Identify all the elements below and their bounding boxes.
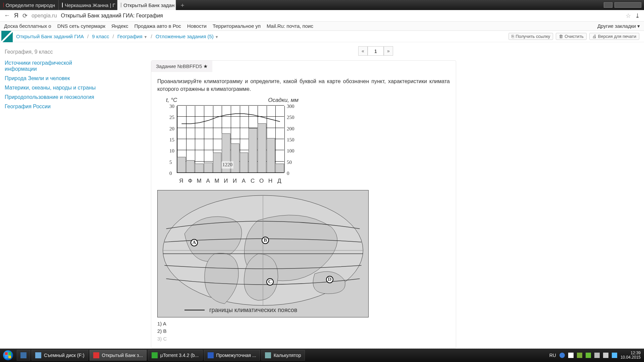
bookmark-item[interactable]: Продажа авто в Рос [135, 23, 181, 29]
url-title[interactable]: Открытый Банк заданий ГИА: География [61, 13, 163, 19]
star-icon[interactable]: ★ [203, 63, 208, 69]
sidebar-item[interactable]: Источники географической информации [5, 58, 103, 74]
task-card: Задание №BBFFD5 ★ Проанализируйте климат… [151, 60, 456, 348]
address-bar: ← Я ⟳ opengia.ru Открытый Банк заданий Г… [0, 10, 644, 21]
favicon-icon [3, 3, 4, 7]
taskbar-clock[interactable]: 12:39 10.04.2015 [621, 351, 641, 360]
start-button[interactable] [0, 349, 16, 362]
month-label: А [204, 177, 213, 185]
bookmark-item[interactable]: Яндекс [111, 23, 128, 29]
sidebar-item[interactable]: Материки, океаны, народы и страны [5, 83, 103, 93]
tab-label: Черкашина Жанна | Г [65, 2, 115, 8]
y-tick-right: 50 [287, 159, 292, 166]
month-label: И [221, 177, 230, 185]
app-icon [152, 352, 158, 358]
bookmark-item[interactable]: Новости [187, 23, 207, 29]
tray-icon[interactable] [612, 353, 617, 358]
taskbar-item[interactable]: Калькулятор [261, 350, 305, 361]
answer-option[interactable]: 1) A [157, 320, 450, 328]
month-label: О [257, 177, 266, 185]
answer-option[interactable]: 3) C [157, 335, 450, 343]
back-button[interactable]: ← [4, 12, 10, 19]
taskbar-item[interactable]: Съемный диск (F:) [32, 350, 88, 361]
sidebar-item[interactable]: География России [5, 102, 103, 111]
favicon-icon [121, 3, 121, 7]
os-taskbar: Съемный диск (F:)Открытый Банк з...µTorr… [0, 349, 644, 362]
windows-logo-icon [3, 350, 13, 360]
bookmark-item[interactable]: Территориальное уп [213, 23, 261, 29]
bookmark-item[interactable]: Mail.Ru: почта, поис [267, 23, 313, 29]
month-label: Я [177, 177, 186, 185]
breadcrumb-subject[interactable]: География▼ [116, 34, 149, 39]
y-tick-left: 10 [169, 147, 174, 155]
y-tick-right: 150 [287, 136, 294, 144]
annual-precip-label: 1220 [221, 161, 233, 169]
page-sub-toolbar: Открытый Банк заданий ГИА / 9 класс / Ге… [0, 31, 644, 42]
month-label: И [230, 177, 239, 185]
browser-tab-2[interactable]: Открытый Банк задан × [117, 0, 176, 10]
map-marker-c: C [266, 278, 274, 286]
breadcrumb-deferred[interactable]: Отложенные задания (5)▼ [154, 34, 220, 39]
task-id: Задание №BBFFD5 [156, 63, 202, 69]
volume-icon[interactable] [603, 353, 608, 358]
breadcrumb-root[interactable]: Открытый Банк заданий ГИА [15, 34, 85, 39]
window-menu-button[interactable] [614, 2, 641, 8]
action-center-icon[interactable] [568, 353, 574, 358]
map-marker-a: A [191, 239, 198, 246]
y-tick-left: 30 [169, 103, 174, 110]
language-indicator[interactable]: RU [549, 353, 556, 358]
tray-icon[interactable] [577, 353, 582, 358]
tray-icon[interactable] [559, 353, 565, 358]
clear-button[interactable]: 🗑Очистить [556, 33, 587, 40]
pager-next-button[interactable]: » [384, 46, 393, 56]
nvidia-icon[interactable] [586, 353, 591, 358]
chevron-down-icon: ▼ [214, 35, 219, 39]
taskbar-item-label: Промежуточная ... [216, 353, 256, 358]
copy-link-button[interactable]: ⎘Получить ссылку [508, 33, 553, 40]
task-text: Проанализируйте климатограмму и определи… [157, 77, 450, 93]
sidebar: География, 9 класс Источники географичес… [0, 42, 107, 349]
month-label: А [239, 177, 248, 185]
breadcrumb-class[interactable]: 9 класс [91, 34, 110, 39]
bookmark-item[interactable]: DNS сеть супермарк [57, 23, 105, 29]
y-tick-right: 300 [287, 103, 294, 110]
bookmark-item[interactable]: Доска бесплатных о [4, 23, 51, 29]
other-bookmarks[interactable]: Другие закладки ▾ [597, 23, 640, 29]
link-icon: ⎘ [512, 34, 514, 39]
browser-tab-1[interactable]: Черкашина Жанна | Г [59, 0, 117, 10]
clock-date: 10.04.2015 [621, 355, 641, 360]
reload-button[interactable]: ⟳ [22, 12, 28, 19]
new-tab-button[interactable]: ＋ [176, 0, 189, 10]
app-icon [20, 352, 26, 358]
sidebar-item[interactable]: Природопользование и геоэкология [5, 93, 103, 102]
taskbar-item[interactable]: µTorrent 3.4.2 (b... [148, 350, 203, 361]
pager-prev-button[interactable]: « [358, 46, 368, 56]
month-label: Н [266, 177, 275, 185]
trash-icon: 🗑 [559, 34, 563, 39]
site-logo-icon[interactable] [1, 31, 13, 42]
bookmark-star-icon[interactable]: ☆ [626, 12, 631, 19]
taskbar-item[interactable]: Открытый Банк з... [90, 350, 147, 361]
downloads-icon[interactable]: ⤓ [635, 12, 640, 19]
print-button[interactable]: 🖨Версия для печати [589, 33, 639, 40]
month-label: Ф [186, 177, 195, 185]
tab-label: Определите природн [6, 2, 55, 8]
answer-option[interactable]: 2) B [157, 327, 450, 335]
taskbar-item[interactable]: Промежуточная ... [204, 350, 260, 361]
map-legend: границы климатических поясов [184, 306, 297, 314]
network-icon[interactable] [594, 353, 600, 358]
pager-input[interactable] [368, 46, 384, 56]
month-label: М [195, 177, 204, 185]
month-label: С [248, 177, 257, 185]
map-marker-b: B [262, 237, 269, 244]
yandex-button[interactable]: Я [14, 12, 18, 19]
app-icon [265, 352, 271, 358]
url-host[interactable]: opengia.ru [32, 13, 57, 19]
browser-tab-0[interactable]: Определите природн [0, 0, 59, 10]
climatogram-chart: t, °C Осадки, мм 05101520253005010015020… [157, 96, 450, 185]
y-tick-left: 25 [169, 114, 174, 121]
y-tick-right: 100 [287, 147, 294, 155]
window-min-button[interactable] [604, 2, 612, 8]
taskbar-item[interactable] [17, 350, 30, 361]
sidebar-item[interactable]: Природа Земли и человек [5, 74, 103, 83]
